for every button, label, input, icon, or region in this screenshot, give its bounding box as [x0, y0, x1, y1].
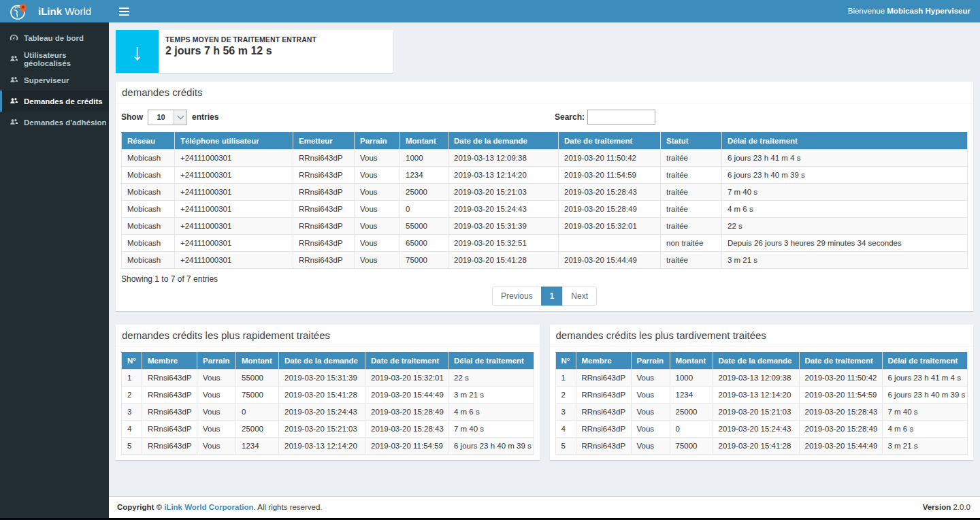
- table-cell: Mobicash: [122, 167, 175, 184]
- column-header[interactable]: Montant: [236, 353, 279, 370]
- table-cell: 75000: [400, 252, 448, 269]
- column-header[interactable]: Date de la demande: [713, 353, 799, 370]
- table-cell: 4: [122, 421, 142, 438]
- company-link[interactable]: iLink World Corporation: [164, 503, 253, 511]
- show-label: Show: [121, 112, 143, 122]
- sidebar-item-demandes-adhesion[interactable]: Demandes d'adhésion: [0, 112, 109, 133]
- column-header[interactable]: Parrain: [355, 133, 400, 150]
- table-cell: 2019-03-13 12:14:20: [448, 167, 559, 184]
- table-row: 5RRnsi643dPVous750002019-03-20 15:41:282…: [555, 438, 968, 455]
- table-cell: RRnsi643dP: [142, 404, 197, 421]
- table-cell: 2019-03-20 15:32:01: [559, 218, 661, 235]
- table-cell: 3: [555, 404, 576, 421]
- page-length-select[interactable]: 10: [148, 110, 187, 125]
- table-cell: RRnsi643dP: [576, 370, 631, 387]
- column-header[interactable]: Date de la demande: [448, 133, 559, 150]
- table-cell: 1234: [400, 167, 448, 184]
- table-row: Mobicash+24111000301RRnsi643dPVous550002…: [122, 218, 968, 235]
- table-cell: Vous: [197, 404, 236, 421]
- table-cell: traitée: [661, 218, 722, 235]
- globe-pin-logo-icon: [10, 2, 29, 21]
- table-cell: RRnsi643dP: [142, 421, 197, 438]
- column-header[interactable]: Parrain: [197, 353, 236, 370]
- sidebar-item-demandes-de-credits[interactable]: Demandes de crédits: [0, 91, 109, 112]
- column-header[interactable]: Emetteur: [293, 133, 355, 150]
- column-header[interactable]: Montant: [670, 353, 713, 370]
- table-cell: 2019-03-13 12:14:20: [713, 387, 799, 404]
- table-cell: Vous: [631, 421, 670, 438]
- table-cell: 2019-03-20 11:54:59: [365, 438, 448, 455]
- table-cell: 2019-03-20 15:32:51: [448, 235, 559, 252]
- table-header-row: RéseauTéléphone utilisateurEmetteurParra…: [122, 133, 968, 150]
- table-cell: Vous: [355, 167, 400, 184]
- table-cell: 3 m 21 s: [448, 387, 534, 404]
- fastest-credits-panel: demandes crédits les plus rapidement tra…: [116, 325, 540, 460]
- sidebar-item-label: Demandes de crédits: [24, 97, 103, 105]
- table-cell: 2019-03-20 15:21:03: [713, 404, 799, 421]
- sidebar-item-label: Utilisateurs géolocalisés: [24, 51, 109, 67]
- column-header[interactable]: N°: [122, 353, 142, 370]
- table-cell: 7 m 40 s: [722, 184, 968, 201]
- table-cell: Vous: [631, 438, 670, 455]
- table-cell: 2019-03-20 15:32:01: [365, 370, 448, 387]
- table-cell: Mobicash: [122, 218, 175, 235]
- table-cell: 2019-03-20 15:28:49: [799, 421, 882, 438]
- page-length-control: Show 10 entries: [121, 109, 968, 125]
- column-header[interactable]: Membre: [576, 353, 631, 370]
- table-cell: 2019-03-20 15:31:39: [448, 218, 559, 235]
- column-header[interactable]: Téléphone utilisateur: [175, 133, 293, 150]
- table-cell: Vous: [631, 387, 670, 404]
- page-number-button[interactable]: 1: [541, 287, 564, 306]
- table-cell: 65000: [400, 235, 448, 252]
- table-cell: Depuis 26 jours 3 heures 29 minutes 34 s…: [722, 235, 968, 252]
- column-header[interactable]: Délai de traitement: [882, 353, 968, 370]
- table-cell: 0: [236, 404, 279, 421]
- users-icon: [10, 54, 18, 63]
- column-header[interactable]: Date de traitement: [799, 353, 882, 370]
- column-header[interactable]: Membre: [142, 353, 197, 370]
- sidebar-item-tableau-de-bord[interactable]: Tableau de bord: [0, 27, 109, 48]
- column-header[interactable]: Date de la demande: [279, 353, 365, 370]
- previous-page-button[interactable]: Previous: [492, 287, 542, 306]
- table-cell: 2: [122, 387, 142, 404]
- table-cell: 2019-03-20 15:21:03: [279, 421, 365, 438]
- column-header[interactable]: Délai de traitement: [722, 133, 968, 150]
- table-row: 3RRnsi643dPVous250002019-03-20 15:21:032…: [555, 404, 968, 421]
- table-row: Mobicash+24111000301RRnsi643dPVous100020…: [122, 150, 968, 167]
- table-cell: +24111000301: [175, 184, 293, 201]
- table-cell: 2019-03-20 11:50:42: [559, 150, 661, 167]
- table-cell: 6 jours 23 h 40 m 39 s: [882, 387, 968, 404]
- table-cell: 2019-03-20 15:21:03: [448, 184, 559, 201]
- table-row: 1RRnsi643dPVous10002019-03-13 12:09:3820…: [555, 370, 968, 387]
- next-page-button[interactable]: Next: [562, 287, 597, 306]
- column-header[interactable]: Date de traitement: [365, 353, 448, 370]
- table-cell: 2019-03-13 12:09:38: [713, 370, 799, 387]
- column-header[interactable]: Date de traitement: [559, 133, 661, 150]
- sidebar-item-utilisateurs-geolocalises[interactable]: Utilisateurs géolocalisés: [0, 48, 109, 69]
- column-header[interactable]: Réseau: [122, 133, 175, 150]
- table-cell: RRnsi643dP: [142, 438, 197, 455]
- brand[interactable]: iLink World: [0, 0, 109, 22]
- column-header[interactable]: Statut: [661, 133, 722, 150]
- table-cell: traitée: [661, 167, 722, 184]
- table-cell: Vous: [197, 438, 236, 455]
- column-header[interactable]: Délai de traitement: [448, 353, 534, 370]
- column-header[interactable]: Montant: [400, 133, 448, 150]
- table-cell: Vous: [197, 387, 236, 404]
- table-cell: RRnsi643dP: [293, 167, 355, 184]
- sidebar-toggle-button[interactable]: [109, 0, 139, 22]
- table-cell: 3 m 21 s: [722, 252, 968, 269]
- table-cell: +24111000301: [175, 218, 293, 235]
- search-input[interactable]: [587, 110, 655, 125]
- table-cell: 0: [400, 201, 448, 218]
- table-cell: traitée: [661, 150, 722, 167]
- table-cell: RRnsi643dP: [293, 150, 355, 167]
- table-cell: 4: [555, 421, 576, 438]
- sidebar-item-superviseur[interactable]: Superviseur: [0, 69, 109, 91]
- column-header[interactable]: N°: [555, 353, 576, 370]
- table-cell: RRnsi643dP: [293, 201, 355, 218]
- column-header[interactable]: Parrain: [631, 353, 670, 370]
- table-cell: RRnsi643dP: [293, 184, 355, 201]
- table-row: Mobicash+24111000301RRnsi643dPVous123420…: [122, 167, 968, 184]
- table-cell: 2019-03-20 15:44:49: [799, 438, 882, 455]
